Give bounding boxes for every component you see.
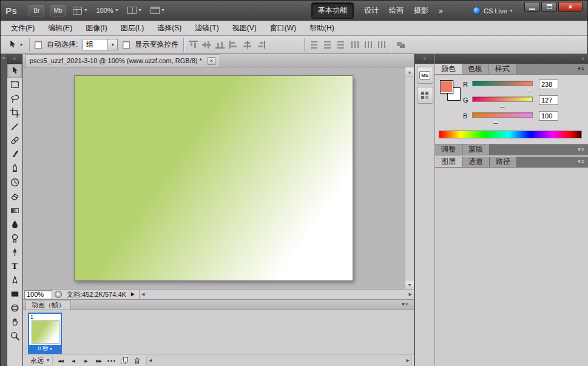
blue-slider-thumb[interactable]	[493, 118, 498, 123]
distribute-horizontal-centers-icon[interactable]	[363, 41, 373, 49]
panel-menu-icon[interactable]: ▾≡	[578, 159, 585, 164]
distribute-right-edges-icon[interactable]	[377, 41, 386, 49]
green-slider-thumb[interactable]	[500, 102, 505, 107]
color-spectrum-ramp[interactable]	[439, 130, 582, 138]
rectangle-tool[interactable]	[7, 287, 22, 301]
red-slider[interactable]	[472, 79, 533, 90]
zoom-tool[interactable]	[7, 329, 22, 343]
hand-tool[interactable]	[7, 315, 22, 329]
scroll-up-icon[interactable]: ▲	[405, 67, 414, 76]
canvas-image[interactable]	[74, 75, 353, 281]
menu-select[interactable]: 选择(S)	[150, 21, 188, 36]
scroll-left-icon[interactable]: ◀	[149, 358, 152, 363]
zoom-percent-field[interactable]	[24, 290, 52, 299]
tab-paths[interactable]: 路径	[490, 157, 517, 167]
scroll-right-icon[interactable]: ▶	[407, 358, 410, 363]
path-selection-tool[interactable]	[7, 273, 22, 287]
clone-stamp-tool[interactable]	[7, 161, 22, 175]
workspace-design-button[interactable]: 设计	[364, 5, 379, 16]
green-value-field[interactable]	[539, 95, 558, 105]
menu-file[interactable]: 文件(F)	[4, 21, 41, 36]
distribute-left-edges-icon[interactable]	[350, 41, 359, 49]
blue-slider-track[interactable]	[472, 112, 533, 118]
auto-align-layers-icon[interactable]	[396, 41, 405, 49]
zoom-level-dropdown[interactable]: 100% ▾	[94, 7, 120, 14]
close-button[interactable]: ×	[558, 2, 583, 12]
panel-menu-icon[interactable]: ▾≡	[578, 147, 585, 152]
tools-panel-header[interactable]: «	[7, 54, 22, 64]
restore-button[interactable]	[541, 2, 557, 12]
align-top-edges-icon[interactable]	[189, 41, 198, 49]
menu-image[interactable]: 图像(I)	[79, 21, 113, 36]
horizontal-scrollbar[interactable]: ◀ ▶	[139, 290, 414, 300]
history-brush-tool[interactable]	[7, 175, 22, 189]
frame-delay-dropdown[interactable]: 0 秒 ▾	[29, 345, 61, 353]
tool-preset-picker[interactable]: ▾	[5, 39, 24, 50]
delete-frame-button[interactable]	[132, 356, 142, 365]
tab-swatches[interactable]: 色板	[462, 64, 489, 74]
scroll-down-icon[interactable]: ▼	[405, 280, 414, 289]
brush-tool[interactable]	[7, 147, 22, 161]
tab-layers[interactable]: 图层	[435, 157, 462, 167]
tab-channels[interactable]: 通道	[462, 157, 490, 167]
red-slider-thumb[interactable]	[526, 86, 531, 92]
workspace-essentials-button[interactable]: 基本功能	[311, 2, 354, 19]
menu-window[interactable]: 窗口(W)	[263, 21, 303, 36]
menu-help[interactable]: 帮助(H)	[303, 21, 341, 36]
auto-select-checkbox[interactable]	[35, 41, 42, 49]
type-tool[interactable]: T	[7, 259, 22, 273]
scroll-right-icon[interactable]: ▶	[409, 292, 412, 297]
blue-slider[interactable]	[472, 110, 533, 121]
collapsed-dock-header[interactable]: «	[415, 54, 434, 64]
eraser-tool[interactable]	[7, 189, 22, 203]
tab-color[interactable]: 颜色	[435, 64, 462, 74]
eyedropper-tool[interactable]	[7, 120, 22, 134]
screen-mode-dropdown[interactable]: ▾	[149, 7, 166, 14]
align-bottom-edges-icon[interactable]	[215, 41, 225, 49]
canvas-area[interactable]: ▲ ▼	[23, 67, 414, 289]
blue-value-field[interactable]	[539, 111, 558, 121]
distribute-bottom-edges-icon[interactable]	[336, 41, 345, 49]
next-frame-button[interactable]: ▶▶	[93, 356, 104, 365]
status-flyout-icon[interactable]: ▶	[131, 292, 135, 297]
tab-adjustments[interactable]: 调整	[435, 144, 462, 155]
launch-bridge-button[interactable]: Br	[29, 5, 44, 16]
animation-frames-tab[interactable]: 动画（帧）	[25, 300, 71, 310]
left-dock-edge[interactable]: »	[1, 54, 7, 366]
green-slider[interactable]	[472, 95, 533, 106]
panel-dock-header[interactable]: »	[435, 54, 588, 64]
frames-scrollbar[interactable]: ◀ ▶	[146, 356, 412, 365]
cs-live-dropdown[interactable]: CS Live ▾	[473, 1, 513, 21]
dock-panel-button[interactable]	[417, 87, 433, 104]
workspace-photography-button[interactable]: 摄影	[414, 5, 428, 16]
dropdown-button[interactable]: ▾	[107, 39, 117, 50]
distribute-vertical-centers-icon[interactable]	[323, 41, 332, 49]
scroll-left-icon[interactable]: ◀	[141, 292, 144, 297]
distribute-top-edges-icon[interactable]	[309, 41, 319, 49]
animation-frame-1[interactable]: 1 0 秒 ▾	[28, 313, 62, 354]
red-value-field[interactable]	[539, 80, 558, 89]
tween-frames-button[interactable]	[106, 356, 117, 365]
move-tool[interactable]	[7, 64, 22, 78]
menu-layer[interactable]: 图层(L)	[114, 21, 151, 36]
spot-healing-brush-tool[interactable]	[7, 134, 22, 147]
panel-menu-icon[interactable]: ▾≡	[402, 302, 409, 307]
document-tab[interactable]: pscs5_uzzf_2021-3-10 @ 100% (www.uzzf.co…	[25, 54, 220, 67]
duplicate-frame-button[interactable]	[119, 356, 129, 365]
tab-styles[interactable]: 样式	[489, 64, 516, 74]
green-slider-track[interactable]	[472, 97, 533, 102]
show-transform-controls-checkbox[interactable]	[123, 41, 130, 49]
document-close-icon[interactable]: ×	[208, 57, 215, 65]
panel-menu-icon[interactable]: ▾≡	[578, 66, 585, 72]
previous-frame-button[interactable]: ◀	[68, 356, 78, 365]
menu-filter[interactable]: 滤镜(T)	[188, 21, 225, 36]
lasso-tool[interactable]	[7, 92, 22, 106]
tab-masks[interactable]: 蒙版	[462, 144, 490, 155]
align-vertical-centers-icon[interactable]	[202, 41, 211, 49]
minimize-button[interactable]	[524, 2, 540, 12]
dodge-tool[interactable]	[7, 231, 22, 245]
gradient-tool[interactable]	[7, 203, 22, 217]
first-frame-button[interactable]: ◀◀	[55, 356, 66, 365]
foreground-swatch[interactable]	[440, 80, 453, 93]
rectangular-marquee-tool[interactable]	[7, 78, 22, 92]
